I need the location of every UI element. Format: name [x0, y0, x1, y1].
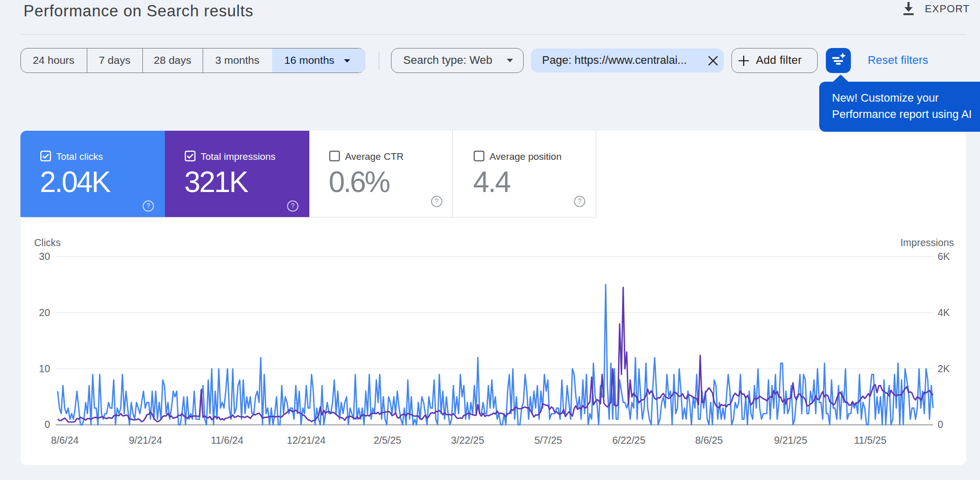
svg-text:20: 20 — [39, 307, 50, 318]
svg-text:6/22/25: 6/22/25 — [612, 435, 645, 446]
svg-text:9/21/24: 9/21/24 — [129, 435, 162, 446]
svg-text:30: 30 — [39, 251, 50, 262]
svg-text:Clicks: Clicks — [34, 237, 61, 248]
svg-text:5/7/25: 5/7/25 — [534, 435, 562, 446]
svg-text:2K: 2K — [938, 363, 950, 374]
svg-text:10: 10 — [39, 363, 50, 374]
svg-text:2/5/25: 2/5/25 — [374, 435, 401, 446]
svg-text:Impressions: Impressions — [900, 237, 954, 248]
svg-text:8/6/24: 8/6/24 — [51, 435, 79, 446]
svg-text:4K: 4K — [938, 307, 950, 318]
svg-text:12/21/24: 12/21/24 — [287, 435, 326, 446]
svg-text:6K: 6K — [938, 251, 950, 262]
svg-text:0: 0 — [44, 419, 50, 430]
svg-text:?: ? — [146, 202, 151, 210]
svg-text:9/21/25: 9/21/25 — [774, 435, 807, 446]
svg-text:?: ? — [435, 197, 439, 205]
svg-text:11/5/25: 11/5/25 — [854, 435, 887, 446]
svg-text:0: 0 — [938, 419, 943, 430]
svg-text:8/6/25: 8/6/25 — [695, 435, 723, 446]
svg-text:?: ? — [291, 202, 295, 210]
svg-text:11/6/24: 11/6/24 — [211, 435, 243, 446]
svg-text:3/22/25: 3/22/25 — [451, 435, 484, 446]
svg-text:?: ? — [578, 197, 582, 205]
